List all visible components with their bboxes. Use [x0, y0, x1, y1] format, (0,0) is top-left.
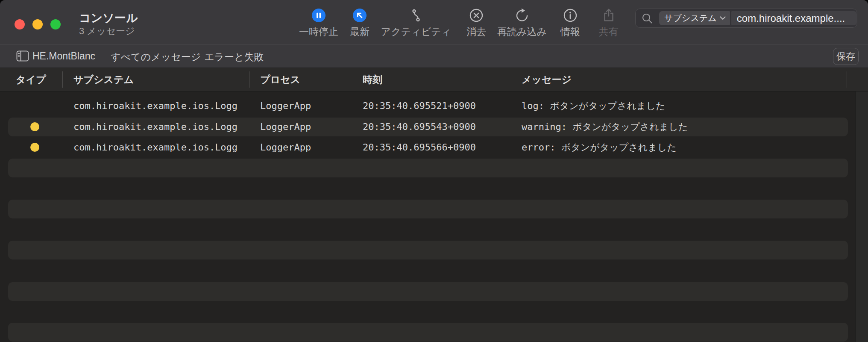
error-dot-icon: [30, 143, 39, 152]
zoom-button[interactable]: [50, 19, 61, 29]
console-window: コンソール 3 メッセージ 一時停止 最新: [0, 0, 868, 342]
row-stripe: [8, 159, 848, 177]
column-divider[interactable]: [249, 71, 249, 88]
sidebar-icon: [16, 50, 29, 62]
row-stripe: [8, 200, 848, 218]
share-icon: [601, 7, 616, 24]
cell-message: error: ボタンがタップされました: [522, 138, 677, 157]
reload-icon: [514, 7, 530, 24]
search-token-label: サブシステム: [664, 12, 717, 24]
log-row[interactable]: com.hiroakit.example.ios.Logg LoggerApp …: [0, 97, 855, 115]
column-divider[interactable]: [847, 71, 847, 88]
row-stripe: [8, 323, 848, 342]
device-name: HE.MontBlanc: [32, 50, 95, 62]
column-header-type[interactable]: タイプ: [16, 68, 46, 91]
window-title: コンソール: [79, 10, 138, 26]
save-button-label: 保存: [836, 50, 855, 63]
search-token-subsystem[interactable]: サブシステム: [659, 11, 730, 25]
column-header-process[interactable]: プロセス: [260, 68, 300, 91]
now-label: 最新: [350, 25, 369, 38]
cell-message: log: ボタンがタップされました: [522, 97, 665, 115]
search-field[interactable]: サブシステム com.hiroakit.example....: [635, 9, 857, 28]
column-divider[interactable]: [512, 71, 512, 88]
x-circle-icon: [469, 7, 484, 24]
log-row[interactable]: com.hiroakit.example.ios.Logg LoggerApp …: [0, 118, 855, 136]
cell-process: LoggerApp: [260, 97, 311, 115]
path-bar: HE.MontBlanc すべてのメッセージ エラーと失敗 保存: [0, 44, 868, 68]
cell-process: LoggerApp: [260, 118, 311, 136]
sidebar-toggle-button[interactable]: [15, 49, 30, 63]
cell-subsystem: com.hiroakit.example.ios.Logg: [73, 138, 238, 157]
share-label: 共有: [599, 25, 619, 38]
column-divider[interactable]: [62, 71, 63, 88]
column-divider[interactable]: [353, 71, 353, 88]
cell-time: 20:35:40.695543+0900: [363, 118, 476, 136]
search-input[interactable]: com.hiroakit.example....: [731, 11, 857, 25]
cell-subsystem: com.hiroakit.example.ios.Logg: [73, 118, 238, 136]
row-stripe: [8, 282, 848, 301]
tab-errors-and-faults[interactable]: エラーと失敗: [204, 50, 264, 64]
tab-all-messages[interactable]: すべてのメッセージ: [111, 50, 201, 64]
save-button[interactable]: 保存: [833, 48, 859, 65]
activity-path-icon: [408, 7, 424, 24]
cell-time: 20:35:40.695566+0900: [363, 138, 476, 157]
cell-time: 20:35:40.695521+0900: [363, 97, 476, 115]
column-header-subsystem[interactable]: サブシステム: [73, 68, 134, 91]
chevron-down-icon: [720, 16, 726, 20]
minimize-button[interactable]: [32, 19, 43, 29]
toolbar: コンソール 3 メッセージ 一時停止 最新: [0, 0, 868, 44]
scrollbar-gutter[interactable]: [855, 91, 868, 342]
search-value-text: com.hiroakit.example....: [731, 12, 845, 24]
message-count: 3 メッセージ: [79, 25, 135, 38]
cell-process: LoggerApp: [260, 138, 311, 157]
log-table-body: com.hiroakit.example.ios.Logg LoggerApp …: [0, 91, 868, 342]
table-header: タイプ サブシステム プロセス 時刻 メッセージ: [0, 68, 868, 91]
search-icon: [641, 12, 654, 25]
warning-dot-icon: [30, 122, 39, 131]
column-header-message[interactable]: メッセージ: [522, 68, 572, 91]
cell-message: warning: ボタンがタップされました: [522, 118, 688, 136]
arrow-up-left-circle-icon: [352, 7, 367, 24]
cell-subsystem: com.hiroakit.example.ios.Logg: [73, 97, 238, 115]
column-header-time[interactable]: 時刻: [363, 68, 382, 91]
close-button[interactable]: [15, 19, 25, 29]
row-stripe: [8, 241, 848, 259]
log-row[interactable]: com.hiroakit.example.ios.Logg LoggerApp …: [0, 138, 855, 157]
